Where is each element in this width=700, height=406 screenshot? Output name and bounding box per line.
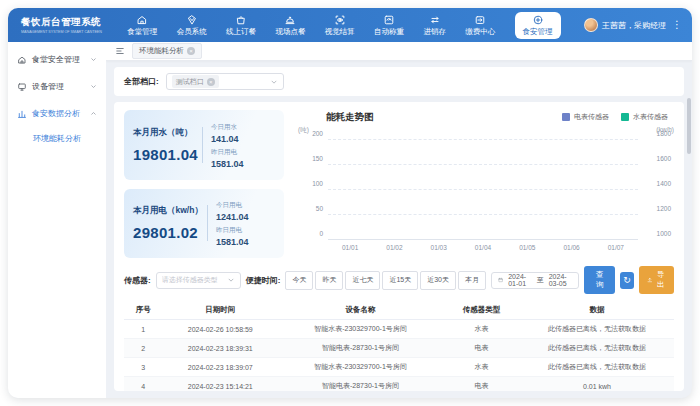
quick-range-button[interactable]: 近15天 (382, 271, 418, 290)
nav-item-member[interactable]: 会员系统 (177, 14, 207, 37)
more-menu-icon[interactable]: ⋮ (670, 20, 682, 30)
x-axis-label: 01/07 (608, 244, 624, 251)
date-range-picker[interactable]: 2024-01-01 至 2024-03-05 (491, 272, 579, 289)
stall-tag-label: 测试档口 (176, 77, 204, 87)
x-axis-label: 01/04 (475, 244, 491, 251)
right-axis-tick: 1200 (657, 205, 671, 212)
table-cell: 2 (124, 339, 163, 358)
stall-tag: 测试档口 × (172, 75, 219, 88)
chart-title: 能耗走势图 (326, 111, 374, 124)
scrollbar-thumb[interactable] (687, 98, 691, 154)
nav-item-vision-checkout[interactable]: 视觉结算 (325, 14, 355, 37)
divider (202, 127, 203, 163)
left-axis-tick: 150 (312, 155, 323, 162)
quick-range-group: 今天昨天近七天近15天近30天本月 (285, 271, 486, 290)
legend-item[interactable]: 水表传感器 (621, 112, 668, 122)
quick-range-button[interactable]: 近30天 (420, 271, 456, 290)
today-water-value: 141.04 (211, 134, 244, 144)
table-row[interactable]: 22024-02-23 18:39:31智能电表-28730-1号房间电表此传感… (124, 339, 674, 358)
table-cell: 2024-02-26 10:58:59 (163, 320, 279, 339)
yesterday-label: 昨日用电 (216, 226, 249, 235)
nav-item-canteen[interactable]: 食堂管理 (127, 14, 157, 37)
analysis-chart-icon (17, 109, 27, 119)
table-row[interactable]: 32024-02-23 18:39:07智能水表-230329700-1号房间水… (124, 358, 674, 377)
stat-cards: 本月用水（吨） 19801.04 今日用水 141.04 昨日用电 1581.0… (124, 110, 284, 258)
table-row[interactable]: 12024-02-26 10:58:59智能水表-230329700-1号房间水… (124, 320, 674, 339)
nav-item-food-safety[interactable]: 食安管理 (515, 12, 561, 39)
stall-filter-card: 全部档口: 测试档口 × (114, 67, 684, 96)
chevron-up-icon (90, 110, 97, 117)
quick-range-button[interactable]: 今天 (285, 271, 313, 290)
left-axis-tick: 0 (319, 230, 323, 237)
sidebar-item-label: 食堂安全管理 (32, 54, 80, 65)
right-axis-tick: 1600 (657, 155, 671, 162)
sidebar-item-label: 食安数据分析 (32, 108, 80, 119)
safety-home-icon (17, 55, 27, 65)
export-button[interactable]: 导出 (639, 266, 674, 294)
calendar-icon (498, 276, 503, 284)
gridline (328, 164, 638, 165)
date-end-value: 2024-03-05 (549, 273, 572, 287)
nav-label: 线上订餐 (226, 27, 256, 37)
sensor-filter-label: 传感器: (124, 275, 151, 286)
table-cell: 电表 (443, 377, 520, 392)
sidebar-item-canteen-safety[interactable]: 食堂安全管理 (8, 46, 106, 73)
stall-select[interactable]: 测试档口 × (166, 73, 284, 90)
table-body: 12024-02-26 10:58:59智能水表-230329700-1号房间水… (124, 320, 674, 392)
water-stat-card: 本月用水（吨） 19801.04 今日用水 141.04 昨日用电 1581.0… (124, 110, 284, 180)
today-electricity-value: 1241.04 (216, 212, 249, 222)
nav-item-auto-weigh[interactable]: 自动称重 (374, 14, 404, 37)
x-axis-label: 01/06 (563, 244, 579, 251)
column-header-sensor-type: 传感器类型 (443, 301, 520, 320)
app-logo: 餐饮后台管理系统 MANAGEMENT SYSTEM OF SMART CANT… (8, 16, 108, 34)
gridline (328, 239, 638, 240)
left-axis-tick: 100 (312, 180, 323, 187)
app-window: 餐饮后台管理系统 MANAGEMENT SYSTEM OF SMART CANT… (8, 8, 692, 398)
gridline (328, 189, 638, 190)
nav-item-payment-center[interactable]: 缴费中心 (465, 14, 495, 37)
top-bar: 餐饮后台管理系统 MANAGEMENT SYSTEM OF SMART CANT… (8, 8, 692, 42)
x-axis-label: 01/03 (431, 244, 447, 251)
today-electricity-label: 今日用电 (216, 201, 249, 210)
sidebar-item-device-management[interactable]: 设备管理 (8, 73, 106, 100)
chevron-down-icon (90, 83, 97, 90)
tab-close-icon[interactable]: × (187, 47, 195, 55)
nav-item-dine-in[interactable]: 现场点餐 (275, 14, 305, 37)
sidebar-item-label: 设备管理 (32, 81, 64, 92)
export-label: 导出 (656, 270, 666, 290)
quick-range-button[interactable]: 近七天 (345, 271, 380, 290)
sidebar-subitem-energy-analysis[interactable]: 环境能耗分析 (8, 127, 106, 150)
chevron-down-icon (270, 78, 278, 86)
right-axis-tick: 1400 (657, 180, 671, 187)
tab-strip: 环境能耗分析 × (106, 42, 692, 61)
vision-checkout-icon (334, 14, 346, 26)
payment-center-icon (474, 14, 486, 26)
quick-time-label: 便捷时间: (246, 275, 281, 286)
right-axis-tick: 1000 (657, 230, 671, 237)
collapse-menu-icon[interactable] (115, 46, 125, 56)
stall-filter-label: 全部档口: (124, 76, 159, 87)
refresh-button[interactable]: ↻ (620, 272, 634, 289)
nav-item-inventory[interactable]: 进销存 (423, 14, 446, 37)
yesterday-label: 昨日用电 (211, 148, 244, 157)
table-cell: 4 (124, 377, 163, 392)
chevron-down-icon (90, 56, 97, 63)
user-menu[interactable]: 王茜茜，采购经理 ⋮ (580, 18, 692, 32)
column-header-datetime: 日期时间 (163, 301, 279, 320)
quick-range-button[interactable]: 昨天 (315, 271, 343, 290)
tab-energy-analysis[interactable]: 环境能耗分析 × (132, 43, 202, 59)
device-monitor-icon (17, 82, 27, 92)
sidebar-item-food-safety-analysis[interactable]: 食安数据分析 (8, 100, 106, 127)
stall-tag-close-icon[interactable]: × (207, 78, 215, 86)
gridline (328, 214, 638, 215)
nav-item-online-order[interactable]: 线上订餐 (226, 14, 256, 37)
sensor-type-select[interactable]: 请选择传感器类型 (156, 272, 241, 289)
nav-label: 进销存 (423, 27, 446, 37)
table-cell: 水表 (443, 358, 520, 377)
legend-item[interactable]: 电表传感器 (562, 112, 609, 122)
dine-in-icon (284, 14, 296, 26)
quick-range-button[interactable]: 本月 (458, 271, 486, 290)
search-button[interactable]: 查询 (584, 266, 615, 294)
table-row[interactable]: 42024-02-23 15:14:21智能电表-28730-1号房间电表0.0… (124, 377, 674, 392)
legend-label: 水表传感器 (633, 112, 668, 122)
